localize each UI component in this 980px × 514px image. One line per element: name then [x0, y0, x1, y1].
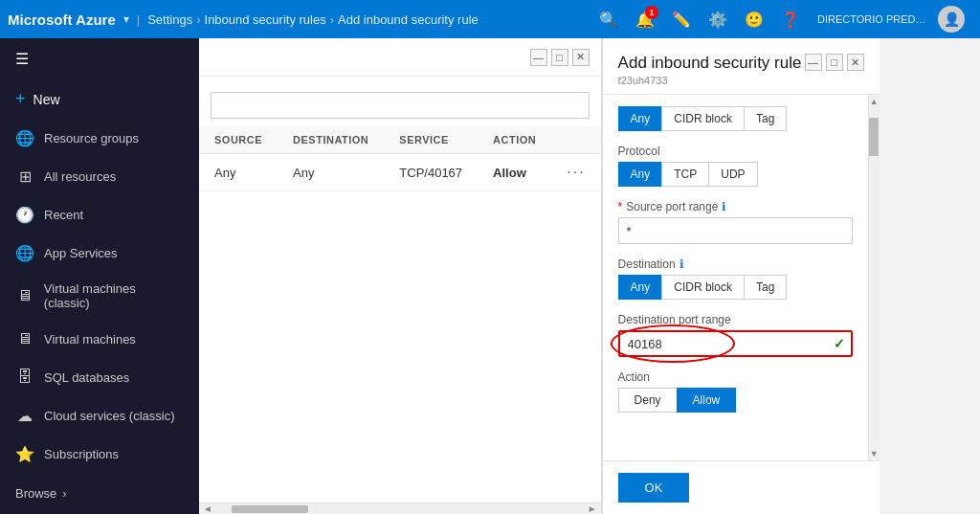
source-button-group: Any CIDR block Tag: [618, 106, 853, 131]
sidebar-item-resource-groups[interactable]: 🌐 Resource groups: [0, 119, 199, 157]
protocol-udp-button[interactable]: UDP: [708, 162, 757, 187]
blade-container: — □ ✕ SOURCE DESTINATION SERVICE ACTIO: [199, 38, 880, 514]
rules-table: SOURCE DESTINATION SERVICE ACTION Any An…: [199, 126, 601, 191]
ok-button[interactable]: OK: [618, 473, 690, 503]
dest-port-input[interactable]: [618, 330, 853, 357]
user-name: DIRECTORIO PREDETERMINA...: [817, 13, 932, 25]
panel-close-button[interactable]: ✕: [847, 54, 864, 71]
maximize-button[interactable]: □: [551, 49, 568, 66]
source-any-button[interactable]: Any: [618, 106, 662, 131]
panel-scrollbar: ▲ ▼: [868, 95, 880, 460]
settings-icon[interactable]: ⚙️: [701, 2, 735, 36]
protocol-label: Protocol: [618, 145, 853, 158]
all-resources-icon: ⊞: [15, 167, 34, 186]
scrollbar-up-arrow[interactable]: ▲: [868, 95, 880, 108]
col-service: SERVICE: [384, 126, 478, 154]
panel-minimize-button[interactable]: —: [805, 54, 822, 71]
browse-chevron: ›: [62, 486, 66, 501]
sidebar-item-recent-label: Recent: [44, 208, 83, 222]
sidebar-item-vm-classic[interactable]: 🖥 Virtual machines (classic): [0, 272, 199, 320]
col-action: ACTION: [478, 126, 551, 154]
cell-service: TCP/40167: [384, 154, 478, 191]
scrollbar-track: [868, 108, 880, 447]
cell-action: Allow: [478, 154, 551, 191]
source-tag-button[interactable]: Tag: [744, 106, 787, 131]
dest-port-label: Destination port range: [618, 313, 853, 326]
vm-icon: 🖥: [15, 329, 34, 348]
sidebar-item-all-resources[interactable]: ⊞ All resources: [0, 157, 199, 195]
source-port-input[interactable]: [618, 217, 853, 244]
destination-label: Destination ℹ: [618, 257, 853, 271]
protocol-any-button[interactable]: Any: [618, 162, 662, 187]
sidebar-item-recent[interactable]: 🕐 Recent: [0, 195, 199, 234]
protocol-tcp-button[interactable]: TCP: [661, 162, 708, 187]
sidebar-item-all-resources-label: All resources: [44, 169, 116, 184]
search-input[interactable]: [219, 99, 581, 113]
scrollbar-thumb[interactable]: [869, 118, 879, 156]
dest-port-check-icon: ✓: [834, 336, 845, 351]
source-port-label: Source port range ℹ: [618, 200, 853, 213]
table-row[interactable]: Any Any TCP/40167 Allow ···: [199, 154, 601, 191]
col-destination: DESTINATION: [278, 126, 384, 154]
window-controls: — □ ✕: [530, 49, 590, 66]
hamburger-menu[interactable]: ☰: [0, 38, 199, 79]
brand-chevron[interactable]: ▾: [123, 12, 129, 26]
source-section: Any CIDR block Tag: [618, 106, 853, 131]
scrollbar-thumb[interactable]: [232, 505, 308, 513]
sidebar-item-cloud-services[interactable]: ☁ Cloud services (classic): [0, 396, 199, 435]
destination-info-icon[interactable]: ℹ: [679, 257, 684, 271]
sidebar-item-sql[interactable]: 🗄 SQL databases: [0, 358, 199, 396]
close-button[interactable]: ✕: [572, 49, 590, 66]
sidebar-item-app-services[interactable]: 🌐 App Services: [0, 234, 199, 272]
scrollbar-down-arrow[interactable]: ▼: [868, 447, 880, 460]
search-icon[interactable]: 🔍: [591, 2, 626, 36]
source-cidr-button[interactable]: CIDR block: [661, 106, 744, 131]
minimize-button[interactable]: —: [530, 49, 547, 66]
panel-maximize-button[interactable]: □: [826, 54, 843, 71]
dest-tag-button[interactable]: Tag: [744, 275, 787, 300]
panel-window-controls: — □ ✕: [805, 54, 864, 71]
help-icon[interactable]: ❓: [773, 2, 808, 36]
col-menu: [551, 126, 600, 154]
sidebar-item-vm[interactable]: 🖥 Virtual machines: [0, 320, 199, 358]
sidebar-item-sql-label: SQL databases: [44, 370, 129, 385]
dest-cidr-button[interactable]: CIDR block: [661, 275, 744, 300]
row-context-menu[interactable]: ···: [567, 164, 585, 180]
action-allow-button[interactable]: Allow: [677, 388, 737, 413]
horizontal-scrollbar[interactable]: ◄ ►: [199, 503, 601, 514]
search-bar: [211, 92, 590, 119]
brand-name: Microsoft Azure: [8, 11, 116, 28]
sidebar-item-subscriptions[interactable]: ⭐ Subscriptions: [0, 435, 199, 473]
destination-button-group: Any CIDR block Tag: [618, 275, 853, 300]
new-label: New: [33, 92, 60, 107]
user-profile[interactable]: DIRECTORIO PREDETERMINA... 👤: [810, 2, 972, 36]
scroll-left-arrow[interactable]: ◄: [203, 503, 212, 514]
sql-icon: 🗄: [15, 368, 34, 387]
sidebar-item-cloud-services-label: Cloud services (classic): [44, 409, 175, 423]
scroll-right-arrow[interactable]: ►: [588, 503, 597, 514]
breadcrumb-inbound[interactable]: Inbound security rules: [205, 12, 326, 27]
dest-port-section: Destination port range ✓: [618, 313, 853, 357]
notifications-icon[interactable]: 🔔 1: [628, 2, 662, 36]
action-deny-button[interactable]: Deny: [618, 388, 677, 413]
new-button[interactable]: + New: [0, 79, 199, 119]
new-icon: +: [15, 89, 26, 109]
browse-button[interactable]: Browse ›: [0, 477, 199, 510]
recent-icon: 🕐: [15, 205, 34, 224]
table-area: SOURCE DESTINATION SERVICE ACTION Any An…: [199, 77, 601, 503]
sidebar-item-vm-classic-label: Virtual machines (classic): [44, 281, 184, 310]
dest-any-button[interactable]: Any: [618, 275, 662, 300]
sidebar-item-subscriptions-label: Subscriptions: [44, 447, 119, 461]
browse-label: Browse: [15, 486, 56, 501]
panel-body: Any CIDR block Tag Protocol Any TCP UDP: [603, 95, 868, 460]
protocol-button-group: Any TCP UDP: [618, 162, 853, 187]
main-layout: ☰ + New 🌐 Resource groups ⊞ All resource…: [0, 38, 980, 514]
app-services-icon: 🌐: [15, 243, 34, 262]
edit-icon[interactable]: ✏️: [664, 2, 699, 36]
breadcrumb-settings[interactable]: Settings: [147, 12, 192, 27]
breadcrumb-add[interactable]: Add inbound security rule: [338, 12, 479, 27]
smiley-icon[interactable]: 🙂: [737, 2, 771, 36]
source-port-info-icon[interactable]: ℹ: [722, 200, 726, 213]
vm-classic-icon: 🖥: [15, 286, 34, 305]
source-port-section: Source port range ℹ: [618, 200, 853, 244]
